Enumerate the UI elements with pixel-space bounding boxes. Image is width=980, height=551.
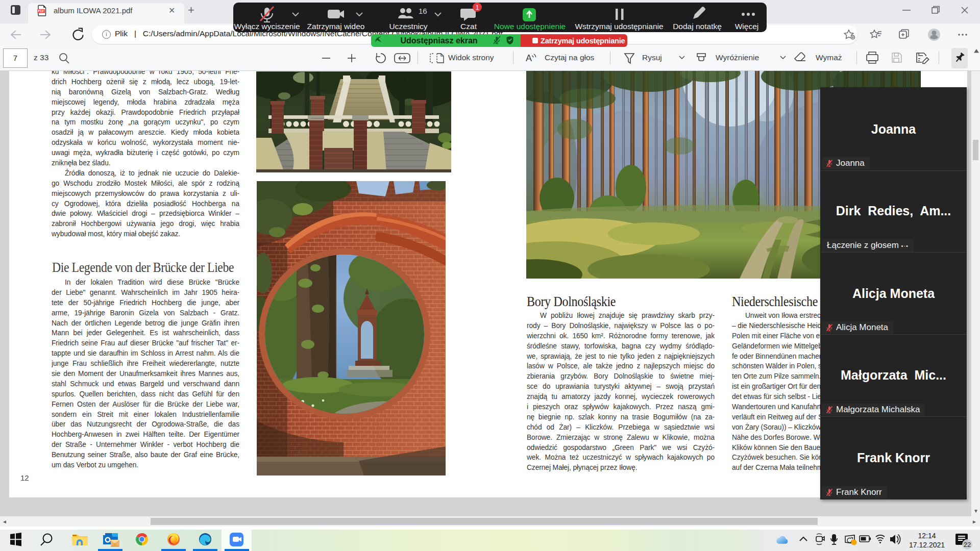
svg-text:16: 16 xyxy=(419,7,427,15)
svg-text:A: A xyxy=(526,53,532,63)
svg-text:22: 22 xyxy=(964,541,971,548)
svg-text:1: 1 xyxy=(476,4,479,11)
svg-text:PDF: PDF xyxy=(38,9,44,13)
